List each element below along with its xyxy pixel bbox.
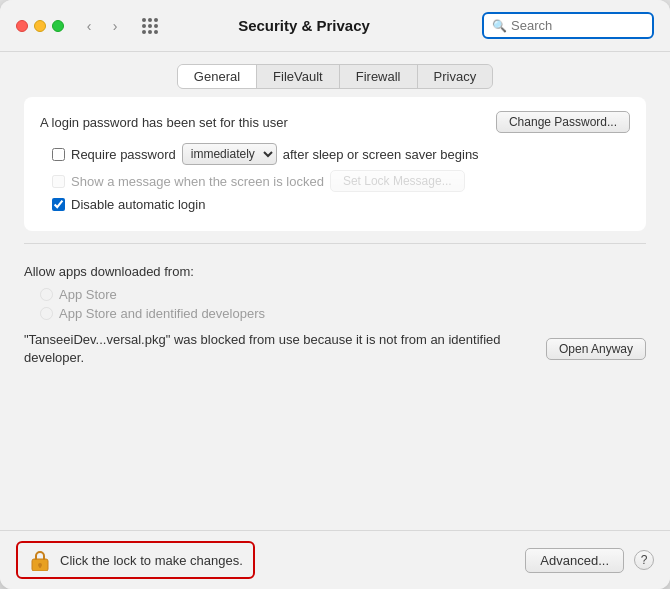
tab-privacy[interactable]: Privacy: [418, 65, 493, 88]
search-icon: 🔍: [492, 19, 507, 33]
nav-buttons: ‹ ›: [78, 15, 126, 37]
titlebar: ‹ › Security & Privacy 🔍: [0, 0, 670, 52]
disable-autologin-checkbox[interactable]: [52, 198, 65, 211]
search-input[interactable]: [511, 18, 644, 33]
minimize-button[interactable]: [34, 20, 46, 32]
tabs: General FileVault Firewall Privacy: [177, 64, 493, 89]
tab-filevault[interactable]: FileVault: [257, 65, 340, 88]
require-password-dropdown[interactable]: immediately: [182, 143, 277, 165]
advanced-button[interactable]: Advanced...: [525, 548, 624, 573]
svg-rect-2: [39, 565, 41, 568]
show-message-label: Show a message when the screen is locked: [71, 174, 324, 189]
lock-icon: [28, 548, 52, 572]
close-button[interactable]: [16, 20, 28, 32]
app-store-identified-label: App Store and identified developers: [59, 306, 265, 321]
traffic-lights: [16, 20, 64, 32]
blocked-text: "TanseeiDev...versal.pkg" was blocked fr…: [24, 331, 536, 367]
after-sleep-text: after sleep or screen saver begins: [283, 147, 479, 162]
blocked-row: "TanseeiDev...versal.pkg" was blocked fr…: [24, 331, 646, 367]
set-lock-message-button: Set Lock Message...: [330, 170, 465, 192]
app-store-label: App Store: [59, 287, 117, 302]
login-text: A login password has been set for this u…: [40, 115, 486, 130]
maximize-button[interactable]: [52, 20, 64, 32]
search-box[interactable]: 🔍: [482, 12, 654, 39]
security-privacy-window: ‹ › Security & Privacy 🔍 General FileVau…: [0, 0, 670, 589]
apps-section: Allow apps downloaded from: App Store Ap…: [24, 254, 646, 387]
back-button[interactable]: ‹: [78, 15, 100, 37]
show-message-checkbox: [52, 175, 65, 188]
allow-apps-label: Allow apps downloaded from:: [24, 264, 646, 279]
tab-firewall[interactable]: Firewall: [340, 65, 418, 88]
require-password-label: Require password: [71, 147, 176, 162]
open-anyway-button[interactable]: Open Anyway: [546, 338, 646, 360]
lock-area[interactable]: Click the lock to make changes.: [16, 541, 255, 579]
require-password-checkbox[interactable]: [52, 148, 65, 161]
app-store-radio: [40, 288, 53, 301]
tabs-container: General FileVault Firewall Privacy: [0, 52, 670, 97]
forward-button[interactable]: ›: [104, 15, 126, 37]
login-row: A login password has been set for this u…: [40, 111, 630, 133]
app-store-radio-row: App Store: [40, 287, 646, 302]
show-message-row: Show a message when the screen is locked…: [52, 170, 630, 192]
login-section: A login password has been set for this u…: [24, 97, 646, 231]
require-password-row: Require password immediately after sleep…: [52, 143, 630, 165]
app-store-identified-radio-row: App Store and identified developers: [40, 306, 646, 321]
bottom-bar: Click the lock to make changes. Advanced…: [0, 530, 670, 589]
help-button[interactable]: ?: [634, 550, 654, 570]
content-area: A login password has been set for this u…: [0, 97, 670, 530]
disable-autologin-row: Disable automatic login: [52, 197, 630, 212]
window-title: Security & Privacy: [134, 17, 474, 34]
app-store-identified-radio: [40, 307, 53, 320]
lock-text: Click the lock to make changes.: [60, 553, 243, 568]
disable-autologin-label: Disable automatic login: [71, 197, 205, 212]
change-password-button[interactable]: Change Password...: [496, 111, 630, 133]
separator: [24, 243, 646, 244]
tab-general[interactable]: General: [178, 65, 257, 88]
